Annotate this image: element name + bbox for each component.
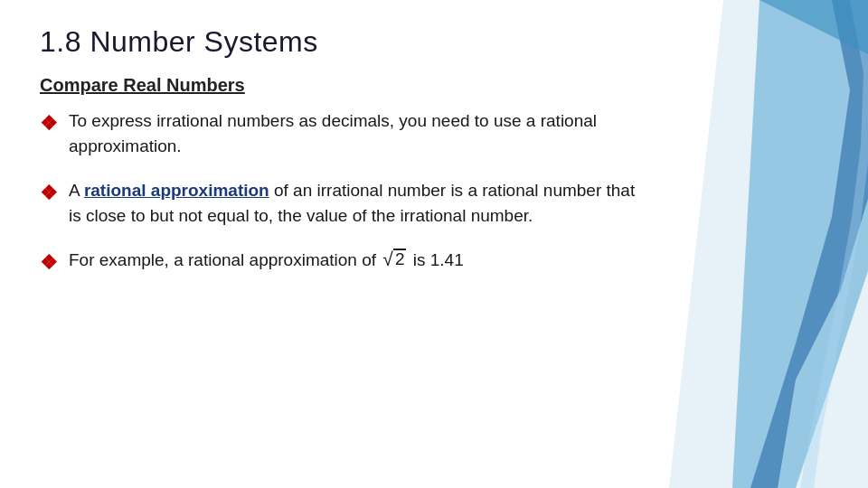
bullet2-prefix: A bbox=[69, 181, 84, 200]
svg-marker-2 bbox=[750, 0, 868, 488]
bullet-text-2: A rational approximation of an irrationa… bbox=[69, 178, 647, 228]
sqrt-radicand: 2 bbox=[393, 249, 407, 269]
sqrt-symbol-container: √2 bbox=[382, 249, 406, 269]
bullet3-prefix: For example, a rational approximation of bbox=[69, 250, 381, 269]
bullet-item-3: ❖ For example, a rational approximation … bbox=[40, 248, 647, 277]
svg-marker-0 bbox=[669, 0, 868, 488]
bullet-diamond-1: ❖ bbox=[40, 109, 58, 138]
slide-content: 1.8 Number Systems Compare Real Numbers … bbox=[0, 0, 687, 323]
sqrt-radical-sign: √ bbox=[382, 249, 393, 268]
svg-marker-3 bbox=[800, 0, 868, 488]
bullet-diamond-3: ❖ bbox=[40, 249, 58, 277]
section-heading: Compare Real Numbers bbox=[40, 75, 647, 96]
svg-marker-4 bbox=[760, 0, 868, 54]
bullet3-suffix: is 1.41 bbox=[408, 250, 463, 269]
bullet-item-1: ❖ To express irrational numbers as decim… bbox=[40, 108, 647, 158]
bullet-text-3: For example, a rational approximation of… bbox=[69, 248, 647, 273]
slide-title: 1.8 Number Systems bbox=[40, 25, 647, 59]
bullet-diamond-2: ❖ bbox=[40, 179, 58, 208]
svg-marker-1 bbox=[732, 0, 868, 488]
bullet-item-2: ❖ A rational approximation of an irratio… bbox=[40, 178, 647, 228]
rational-approximation-highlight: rational approximation bbox=[84, 181, 269, 200]
bullet-text-1: To express irrational numbers as decimal… bbox=[69, 108, 647, 158]
